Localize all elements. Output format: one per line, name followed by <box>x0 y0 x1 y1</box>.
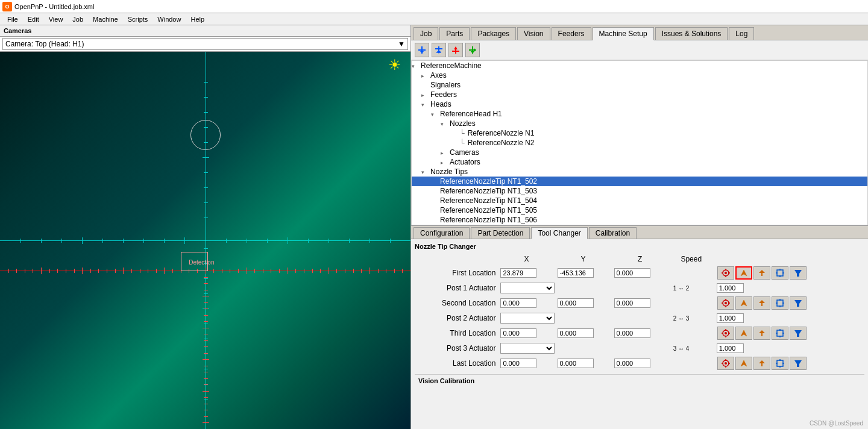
tab-machine-setup[interactable]: Machine Setup <box>593 27 654 40</box>
remove-button[interactable] <box>448 43 463 57</box>
top-tabs: Job Parts Packages Vision Feeders Machin… <box>411 25 868 40</box>
last-movedown-btn[interactable] <box>753 357 770 370</box>
config-tab-configuration[interactable]: Configuration <box>414 227 470 239</box>
last-capture-btn[interactable] <box>717 357 734 370</box>
menu-view[interactable]: View <box>44 14 68 24</box>
third-filter-btn[interactable] <box>790 327 807 340</box>
tab-packages[interactable]: Packages <box>471 27 516 40</box>
menu-job[interactable]: Job <box>68 14 88 24</box>
first-location-z[interactable] <box>614 268 650 278</box>
tree-item-referencemachine[interactable]: ▾ ReferenceMachine <box>412 61 867 70</box>
post3-speed[interactable] <box>717 343 744 353</box>
tree-item-referencehead[interactable]: ▾ ReferenceHead H1 <box>412 109 867 119</box>
tree-item-nozzle-n1[interactable]: └ ReferenceNozzle N1 <box>412 128 867 138</box>
title-bar: O OpenPnP - Untitled.job.xml <box>0 0 868 13</box>
second-moveto-btn[interactable] <box>735 296 752 310</box>
first-movedown-btn[interactable] <box>753 266 770 280</box>
last-filter-btn[interactable] <box>790 357 807 370</box>
third-detect-btn[interactable] <box>772 327 788 340</box>
first-detect-btn[interactable] <box>772 266 788 280</box>
svg-rect-53 <box>777 330 783 336</box>
svg-point-30 <box>725 302 727 304</box>
tree-item-axes[interactable]: ▸ Axes <box>412 70 867 80</box>
svg-marker-66 <box>759 360 765 363</box>
svg-marker-21 <box>759 270 765 273</box>
config-tabs: Configuration Part Detection Tool Change… <box>411 226 868 239</box>
post1-speed[interactable] <box>717 283 744 293</box>
tree-item-nt505[interactable]: ReferenceNozzleTip NT1_505 <box>412 205 867 215</box>
last-location-z[interactable] <box>614 359 650 368</box>
config-content: Nozzle Tip Changer X Y Z Speed <box>411 239 868 390</box>
second-capture-btn[interactable] <box>717 296 734 310</box>
camera-dropdown-bar: Camera: Top (Head: H1) ▼ <box>0 37 410 52</box>
last-location-x[interactable] <box>500 359 536 368</box>
third-location-y[interactable] <box>558 328 594 338</box>
tree-item-heads[interactable]: ▾ Heads <box>412 99 867 109</box>
third-location-x[interactable] <box>500 328 536 338</box>
menu-window[interactable]: Window <box>153 14 186 24</box>
tree-item-nt502[interactable]: ReferenceNozzleTip NT1_502 <box>412 177 867 186</box>
col-speed: Speed <box>668 254 714 265</box>
config-tab-tool-changer[interactable]: Tool Changer <box>531 227 587 239</box>
menu-help[interactable]: Help <box>186 14 209 24</box>
tab-issues[interactable]: Issues & Solutions <box>655 27 728 40</box>
second-detect-btn[interactable] <box>772 296 788 310</box>
svg-marker-13 <box>474 48 476 52</box>
second-location-z[interactable] <box>614 298 650 308</box>
tree-item-signalers[interactable]: Signalers <box>412 80 867 90</box>
tab-job[interactable]: Job <box>414 27 438 40</box>
first-filter-btn[interactable] <box>790 266 807 280</box>
svg-marker-20 <box>741 270 747 276</box>
tree-item-actuators[interactable]: ▸ Actuators <box>412 157 867 167</box>
detection-label: Detection <box>189 259 214 266</box>
third-capture-btn[interactable] <box>717 327 734 340</box>
third-moveto-btn[interactable] <box>735 327 752 340</box>
last-location-btns <box>717 356 862 371</box>
sun-icon: ☀ <box>385 55 404 75</box>
add-sub-button[interactable] <box>432 43 446 57</box>
tree-item-nt504[interactable]: ReferenceNozzleTip NT1_504 <box>412 196 867 205</box>
last-moveto-btn[interactable] <box>735 357 752 370</box>
last-location-y[interactable] <box>558 359 594 368</box>
second-movedown-btn[interactable] <box>753 296 770 310</box>
label-first-location: First Location <box>415 265 498 281</box>
first-location-y[interactable] <box>558 268 594 278</box>
first-moveto-btn[interactable] <box>735 266 752 280</box>
config-tab-part-detection[interactable]: Part Detection <box>471 227 530 239</box>
copy-button[interactable] <box>465 43 480 57</box>
post3-actuator-select[interactable] <box>500 343 555 354</box>
tree-item-nt506[interactable]: ReferenceNozzleTip NT1_506 <box>412 215 867 225</box>
add-button[interactable] <box>415 43 429 57</box>
tree-item-cameras[interactable]: ▸ Cameras <box>412 148 867 157</box>
third-location-z[interactable] <box>614 328 650 338</box>
tree-item-nozzle-n2[interactable]: └ ReferenceNozzle N2 <box>412 138 867 148</box>
second-location-y[interactable] <box>558 298 594 308</box>
camera-dropdown[interactable]: Camera: Top (Head: H1) ▼ <box>2 38 408 50</box>
camera-view: ☀ <box>0 52 410 429</box>
menu-scripts[interactable]: Scripts <box>123 14 153 24</box>
menu-file[interactable]: File <box>2 14 23 24</box>
tree-item-nt503[interactable]: ReferenceNozzleTip NT1_503 <box>412 186 867 196</box>
third-location-btns <box>717 326 862 340</box>
post2-actuator-select[interactable] <box>500 313 555 324</box>
tree-item-nozzles[interactable]: ▾ Nozzles <box>412 119 867 128</box>
tab-log[interactable]: Log <box>729 27 754 40</box>
post1-actuator-select[interactable] <box>500 283 555 293</box>
svg-marker-7 <box>454 46 458 49</box>
post2-speed[interactable] <box>717 313 744 323</box>
tab-parts[interactable]: Parts <box>439 27 470 40</box>
tree-item-feeders[interactable]: ▸ Feeders <box>412 90 867 99</box>
svg-marker-28 <box>794 270 802 277</box>
second-location-x[interactable] <box>500 298 536 308</box>
menu-edit[interactable]: Edit <box>23 14 44 24</box>
tree-item-nozzle-tips[interactable]: ▾ Nozzle Tips <box>412 167 867 177</box>
tab-vision[interactable]: Vision <box>517 27 550 40</box>
config-tab-calibration[interactable]: Calibration <box>589 227 637 239</box>
last-detect-btn[interactable] <box>772 357 788 370</box>
menu-machine[interactable]: Machine <box>88 14 123 24</box>
third-movedown-btn[interactable] <box>753 327 770 340</box>
second-filter-btn[interactable] <box>790 296 807 310</box>
first-capture-btn[interactable] <box>717 266 734 280</box>
first-location-x[interactable] <box>500 268 536 278</box>
tab-feeders[interactable]: Feeders <box>552 27 591 40</box>
